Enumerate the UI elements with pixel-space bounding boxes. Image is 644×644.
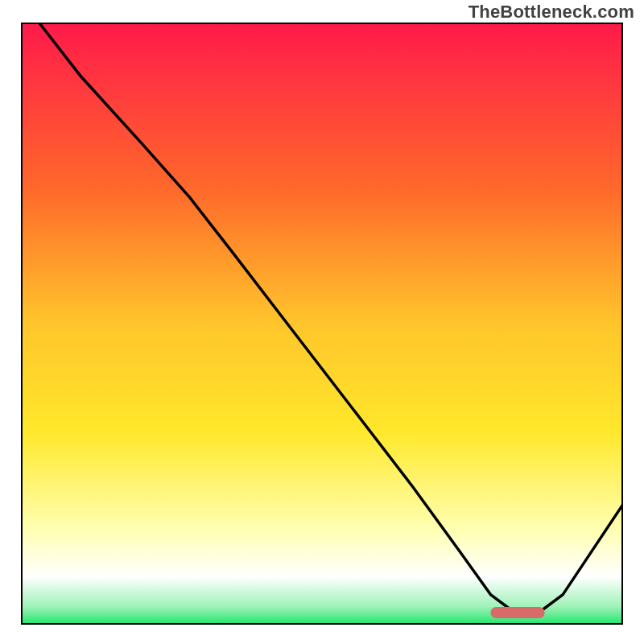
chart-frame: TheBottleneck.com — [0, 0, 644, 644]
chart-svg — [21, 23, 623, 625]
plot-area — [21, 23, 623, 625]
gradient-background — [21, 23, 623, 625]
watermark-label: TheBottleneck.com — [469, 2, 634, 23]
optimal-marker — [490, 607, 544, 618]
